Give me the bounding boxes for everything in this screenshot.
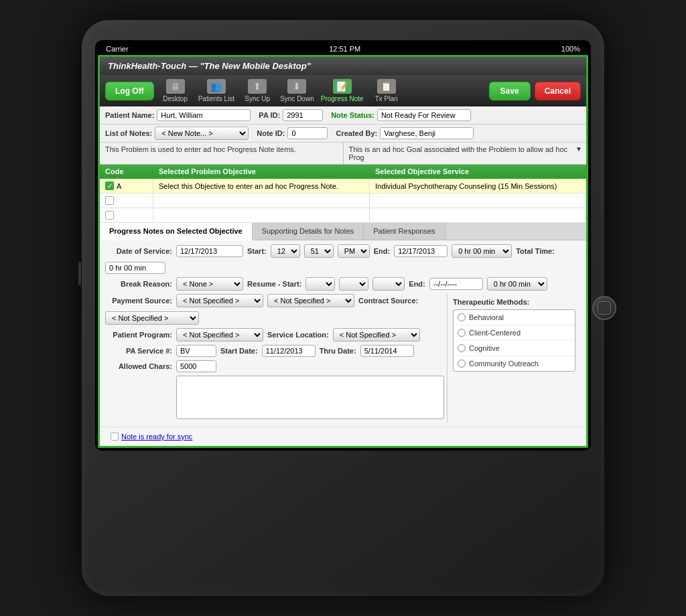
ad-hoc-right[interactable]: This is an ad hoc Goal associated with t… <box>344 143 587 164</box>
date-of-service-input[interactable] <box>176 245 243 257</box>
list-of-notes-select[interactable]: < New Note... > <box>155 127 249 140</box>
checkbox-empty-3[interactable] <box>105 211 114 220</box>
tab-patient-responses[interactable]: Patient Responses <box>364 223 445 240</box>
service-location-select[interactable]: < Not Specified > <box>333 328 420 341</box>
created-by-input[interactable] <box>380 127 474 139</box>
note-status-label: Note Status: <box>331 111 374 119</box>
table-cell-code-3 <box>100 208 153 222</box>
radio-community-outreach[interactable] <box>458 360 466 368</box>
checkbox-empty-2[interactable] <box>105 196 114 205</box>
note-textarea-row <box>105 376 447 419</box>
table-cell-objective-3 <box>153 208 370 222</box>
sync-checkbox[interactable] <box>111 433 119 441</box>
list-of-notes-label: List of Notes: <box>105 129 152 137</box>
home-button[interactable] <box>592 296 616 320</box>
home-button-inner <box>598 301 611 315</box>
resume-end-label: End: <box>409 280 425 288</box>
resume-hour-select[interactable] <box>305 277 335 291</box>
therapeutic-label-client-centered: Client-Centered <box>469 329 521 337</box>
table-row[interactable] <box>100 194 586 208</box>
radio-client-centered[interactable] <box>458 329 466 337</box>
sync-note-label: Note is ready for sync <box>121 433 192 441</box>
start-min-select[interactable]: 51 <box>304 244 334 258</box>
resume-end-input[interactable] <box>429 278 483 290</box>
ad-hoc-left-text: This Problem is used to enter ad hoc Pro… <box>105 145 296 153</box>
toolbar-icon-tx-plan[interactable]: 📋 Tx Plan <box>369 78 404 104</box>
pa-id-field: PA ID: <box>259 109 323 121</box>
therapeutic-item-cognitive: Cognitive <box>454 341 575 356</box>
resume-duration-select[interactable]: 0 hr 00 min <box>487 277 547 291</box>
thru-date-label: Thru Date: <box>320 347 356 355</box>
break-reason-select[interactable]: < None > <box>176 277 243 291</box>
payment-source-select-2[interactable]: < Not Specified > <box>267 294 354 307</box>
allowed-chars-row: Allowed Chars: <box>105 360 447 372</box>
thru-date-input[interactable] <box>360 345 414 357</box>
note-textarea[interactable] <box>176 376 444 419</box>
created-by-label: Created By: <box>336 129 377 137</box>
toolbar-icon-desktop[interactable]: 🖥 Desktop <box>158 78 193 104</box>
radio-behavioral[interactable] <box>458 313 466 321</box>
table-row[interactable] <box>100 208 586 223</box>
tab-supporting-details[interactable]: Supporting Details for Notes <box>253 223 364 240</box>
end-date-input[interactable] <box>394 245 448 257</box>
radio-cognitive[interactable] <box>458 344 466 352</box>
resume-min-select[interactable] <box>339 277 368 291</box>
save-button[interactable]: Save <box>489 82 531 100</box>
table-cell-service-3 <box>370 208 586 222</box>
table-row[interactable]: ✓ A Select this Objective to enter an ad… <box>100 179 586 194</box>
payment-source-label: Payment Source: <box>105 297 172 305</box>
pa-service-label: PA Service #: <box>105 347 172 355</box>
tx-plan-icon: 📋 <box>377 79 396 94</box>
toolbar-icon-progress-note[interactable]: 📝 Progress Note <box>320 78 365 104</box>
therapeutic-label-behavioral: Behavioral <box>469 313 504 321</box>
cancel-button[interactable]: Cancel <box>535 82 581 100</box>
allowed-chars-label: Allowed Chars: <box>105 362 172 370</box>
desktop-label: Desktop <box>163 95 188 102</box>
patient-name-input[interactable] <box>157 109 251 121</box>
total-time-input[interactable] <box>105 262 165 274</box>
app-title: ThinkHealth-Touch — "The New Mobile Desk… <box>108 61 311 71</box>
sync-down-label: Sync Down <box>280 95 314 102</box>
table-cell-code-2 <box>100 194 153 208</box>
patient-program-row: Patient Program: < Not Specified > Servi… <box>105 328 447 341</box>
logoff-button[interactable]: Log Off <box>105 82 154 100</box>
patient-program-select[interactable]: < Not Specified > <box>176 328 263 341</box>
patient-program-label: Patient Program: <box>105 331 172 339</box>
end-duration-select[interactable]: 0 hr 00 min <box>452 244 512 258</box>
progress-note-icon: 📝 <box>333 79 352 94</box>
toolbar-icon-sync-down[interactable]: ⬇ Sync Down <box>279 78 316 104</box>
pa-id-input[interactable] <box>283 109 323 121</box>
therapeutic-item-client-centered: Client-Centered <box>454 325 575 341</box>
pa-service-row: PA Service #: Start Date: Thru Date: <box>105 345 447 357</box>
break-reason-row: Break Reason: < None > Resume - Start: E… <box>105 277 581 291</box>
toolbar-icon-sync-up[interactable]: ⬆ Sync Up <box>240 78 275 104</box>
checkbox-checked-1[interactable]: ✓ <box>105 181 114 190</box>
sync-note[interactable]: Note is ready for sync <box>105 430 198 443</box>
pa-service-input[interactable] <box>176 345 216 357</box>
start-hour-select[interactable]: 12 <box>271 244 300 258</box>
table-cell-code-1: ✓ A <box>100 179 153 193</box>
allowed-chars-input[interactable] <box>176 360 216 372</box>
therapeutic-item-behavioral: Behavioral <box>454 310 575 325</box>
payment-source-select-1[interactable]: < Not Specified > <box>176 294 263 307</box>
note-id-input[interactable] <box>287 127 328 139</box>
start-ampm-select[interactable]: PM <box>338 244 370 258</box>
start-date-input[interactable] <box>262 345 316 357</box>
sync-up-icon: ⬆ <box>248 79 267 94</box>
resume-ampm-select[interactable] <box>372 277 405 291</box>
ad-hoc-left: This Problem is used to enter ad hoc Pro… <box>100 143 344 164</box>
table-body: ✓ A Select this Objective to enter an ad… <box>100 179 586 223</box>
tab-progress-notes[interactable]: Progress Notes on Selected Objective <box>100 223 253 240</box>
desktop-icon: 🖥 <box>166 79 185 94</box>
left-form: Payment Source: < Not Specified > < Not … <box>105 294 447 422</box>
note-id-label: Note ID: <box>257 129 285 137</box>
ipad-device: Carrier 12:51 PM 100% ThinkHealth-Touch … <box>82 20 604 596</box>
carrier-label: Carrier <box>106 45 129 53</box>
note-status-input[interactable] <box>377 109 471 121</box>
start-date-label: Start Date: <box>220 347 258 355</box>
therapeutic-item-community-outreach: Community Outreach <box>454 356 575 371</box>
service-location-label: Service Location: <box>267 331 329 339</box>
toolbar-icon-patients-list[interactable]: 👥 Patients List <box>197 78 236 104</box>
contract-source-select[interactable]: < Not Specified > <box>105 311 199 325</box>
created-by-field: Created By: <box>336 127 474 139</box>
